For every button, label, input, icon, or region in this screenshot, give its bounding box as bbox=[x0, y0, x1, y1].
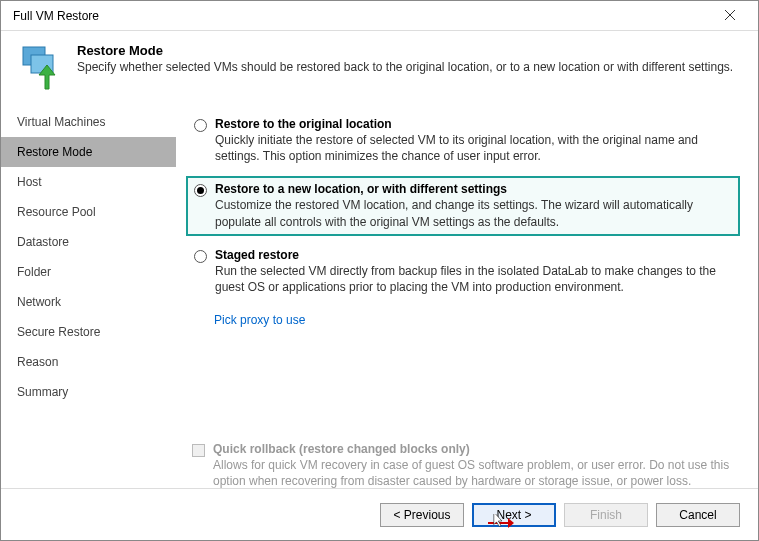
page-subtitle: Specify whether selected VMs should be r… bbox=[77, 60, 733, 74]
option-title: Restore to the original location bbox=[215, 117, 732, 131]
next-button[interactable]: Next > bbox=[472, 503, 556, 527]
option-new-location[interactable]: Restore to a new location, or with diffe… bbox=[186, 176, 740, 235]
header-text: Restore Mode Specify whether selected VM… bbox=[77, 43, 733, 91]
option-desc: Customize the restored VM location, and … bbox=[215, 197, 732, 229]
pick-proxy-link[interactable]: Pick proxy to use bbox=[214, 313, 305, 327]
option-title: Staged restore bbox=[215, 248, 732, 262]
option-desc: Quickly initiate the restore of selected… bbox=[215, 132, 732, 164]
option-original-location[interactable]: Restore to the original location Quickly… bbox=[186, 111, 740, 170]
radio-staged-restore[interactable] bbox=[194, 250, 207, 263]
sidebar-item-virtual-machines[interactable]: Virtual Machines bbox=[1, 107, 176, 137]
close-button[interactable] bbox=[710, 2, 750, 30]
sidebar-item-host[interactable]: Host bbox=[1, 167, 176, 197]
quick-rollback-desc: Allows for quick VM recovery in case of … bbox=[213, 457, 734, 489]
finish-button: Finish bbox=[564, 503, 648, 527]
sidebar-item-resource-pool[interactable]: Resource Pool bbox=[1, 197, 176, 227]
sidebar-item-secure-restore[interactable]: Secure Restore bbox=[1, 317, 176, 347]
wizard-window: Full VM Restore Restore Mode Specify whe… bbox=[0, 0, 759, 541]
restore-icon bbox=[17, 43, 65, 91]
option-title: Restore to a new location, or with diffe… bbox=[215, 182, 732, 196]
wizard-body: Virtual Machines Restore Mode Host Resou… bbox=[1, 101, 758, 499]
sidebar-item-folder[interactable]: Folder bbox=[1, 257, 176, 287]
sidebar-item-datastore[interactable]: Datastore bbox=[1, 227, 176, 257]
radio-original-location[interactable] bbox=[194, 119, 207, 132]
titlebar: Full VM Restore bbox=[1, 1, 758, 31]
option-desc: Run the selected VM directly from backup… bbox=[215, 263, 732, 295]
wizard-sidebar: Virtual Machines Restore Mode Host Resou… bbox=[1, 101, 176, 499]
quick-rollback-option: Quick rollback (restore changed blocks o… bbox=[186, 438, 740, 493]
wizard-content: Restore to the original location Quickly… bbox=[176, 101, 758, 499]
close-icon bbox=[724, 8, 736, 24]
option-staged-restore[interactable]: Staged restore Run the selected VM direc… bbox=[186, 242, 740, 301]
sidebar-item-reason[interactable]: Reason bbox=[1, 347, 176, 377]
sidebar-item-summary[interactable]: Summary bbox=[1, 377, 176, 407]
radio-new-location[interactable] bbox=[194, 184, 207, 197]
quick-rollback-checkbox bbox=[192, 444, 205, 457]
cancel-button[interactable]: Cancel bbox=[656, 503, 740, 527]
quick-rollback-title: Quick rollback (restore changed blocks o… bbox=[213, 442, 734, 456]
sidebar-item-restore-mode[interactable]: Restore Mode bbox=[1, 137, 176, 167]
wizard-header: Restore Mode Specify whether selected VM… bbox=[1, 31, 758, 101]
window-title: Full VM Restore bbox=[9, 9, 710, 23]
sidebar-item-network[interactable]: Network bbox=[1, 287, 176, 317]
page-title: Restore Mode bbox=[77, 43, 733, 58]
wizard-footer: < Previous Next > Finish Cancel bbox=[1, 488, 758, 540]
previous-button[interactable]: < Previous bbox=[380, 503, 464, 527]
